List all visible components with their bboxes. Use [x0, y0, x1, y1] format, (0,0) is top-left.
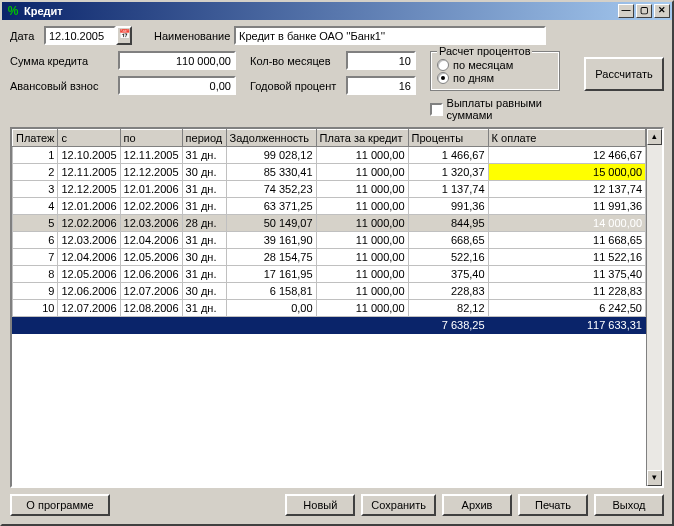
cell[interactable]: 30 дн. [182, 283, 226, 300]
cell[interactable]: 668,65 [408, 232, 488, 249]
cell[interactable]: 11 000,00 [316, 266, 408, 283]
col-period[interactable]: период [182, 130, 226, 147]
cell[interactable]: 12.10.2005 [58, 147, 120, 164]
cell[interactable]: 28 дн. [182, 215, 226, 232]
table-row[interactable]: 712.04.200612.05.200630 дн.28 154,7511 0… [13, 249, 646, 266]
cell[interactable]: 12.05.2006 [58, 266, 120, 283]
scroll-down-icon[interactable]: ▾ [647, 470, 662, 486]
cell[interactable]: 4 [13, 198, 58, 215]
cell[interactable]: 82,12 [408, 300, 488, 317]
cell[interactable]: 12 466,67 [488, 147, 645, 164]
cell[interactable]: 39 161,90 [226, 232, 316, 249]
cell[interactable]: 12 137,74 [488, 181, 645, 198]
cell[interactable]: 30 дн. [182, 249, 226, 266]
cell[interactable]: 17 161,95 [226, 266, 316, 283]
cell[interactable]: 31 дн. [182, 266, 226, 283]
table-row[interactable]: 112.10.200512.11.200531 дн.99 028,1211 0… [13, 147, 646, 164]
advance-input[interactable]: 0,00 [118, 76, 236, 95]
exit-button[interactable]: Выход [594, 494, 664, 516]
col-to-pay[interactable]: К оплате [488, 130, 645, 147]
cell[interactable]: 10 [13, 300, 58, 317]
cell[interactable]: 12.08.2006 [120, 300, 182, 317]
cell[interactable]: 11 000,00 [316, 147, 408, 164]
close-button[interactable]: ✕ [654, 4, 670, 18]
table-row[interactable]: 312.12.200512.01.200631 дн.74 352,2311 0… [13, 181, 646, 198]
cell[interactable]: 3 [13, 181, 58, 198]
vertical-scrollbar[interactable]: ▴ ▾ [646, 129, 662, 486]
cell[interactable]: 844,95 [408, 215, 488, 232]
print-button[interactable]: Печать [518, 494, 588, 516]
col-credit-pay[interactable]: Плата за кредит [316, 130, 408, 147]
cell[interactable]: 28 154,75 [226, 249, 316, 266]
cell[interactable]: 11 000,00 [316, 283, 408, 300]
cell[interactable]: 11 000,00 [316, 164, 408, 181]
cell[interactable]: 522,16 [408, 249, 488, 266]
cell[interactable]: 12.01.2006 [120, 181, 182, 198]
sum-input[interactable]: 110 000,00 [118, 51, 236, 70]
col-payment[interactable]: Платеж [13, 130, 58, 147]
col-interest[interactable]: Проценты [408, 130, 488, 147]
cell[interactable]: 12.03.2006 [120, 215, 182, 232]
date-input[interactable]: 12.10.2005 [44, 26, 116, 45]
cell[interactable]: 99 028,12 [226, 147, 316, 164]
archive-button[interactable]: Архив [442, 494, 512, 516]
cell[interactable]: 11 228,83 [488, 283, 645, 300]
cell[interactable]: 12.04.2006 [120, 232, 182, 249]
titlebar[interactable]: % Кредит — ▢ ✕ [2, 2, 672, 20]
cell[interactable]: 5 [13, 215, 58, 232]
maximize-button[interactable]: ▢ [636, 4, 652, 18]
cell[interactable]: 6 [13, 232, 58, 249]
cell[interactable]: 12.04.2006 [58, 249, 120, 266]
cell[interactable]: 30 дн. [182, 164, 226, 181]
cell[interactable]: 11 000,00 [316, 249, 408, 266]
cell[interactable]: 12.06.2006 [120, 266, 182, 283]
cell[interactable]: 11 000,00 [316, 300, 408, 317]
equal-payments-checkbox[interactable]: Выплаты равными суммами [430, 97, 584, 121]
radio-by-months[interactable]: по месяцам [437, 59, 553, 71]
cell[interactable]: 1 466,67 [408, 147, 488, 164]
cell[interactable]: 31 дн. [182, 232, 226, 249]
cell[interactable]: 9 [13, 283, 58, 300]
cell[interactable]: 1 137,74 [408, 181, 488, 198]
scroll-up-icon[interactable]: ▴ [647, 129, 662, 145]
cell[interactable]: 11 375,40 [488, 266, 645, 283]
cell[interactable]: 12.12.2005 [120, 164, 182, 181]
cell[interactable]: 1 320,37 [408, 164, 488, 181]
cell[interactable]: 31 дн. [182, 198, 226, 215]
cell[interactable]: 12.11.2005 [58, 164, 120, 181]
col-to[interactable]: по [120, 130, 182, 147]
calculate-button[interactable]: Рассчитать [584, 57, 664, 91]
cell[interactable]: 12.03.2006 [58, 232, 120, 249]
new-button[interactable]: Новый [285, 494, 355, 516]
cell[interactable]: 31 дн. [182, 300, 226, 317]
cell[interactable]: 50 149,07 [226, 215, 316, 232]
cell[interactable]: 12.02.2006 [58, 215, 120, 232]
scroll-track[interactable] [647, 145, 662, 470]
table-row[interactable]: 612.03.200612.04.200631 дн.39 161,9011 0… [13, 232, 646, 249]
cell[interactable]: 11 000,00 [316, 181, 408, 198]
cell[interactable]: 12.05.2006 [120, 249, 182, 266]
cell[interactable]: 12.12.2005 [58, 181, 120, 198]
minimize-button[interactable]: — [618, 4, 634, 18]
about-button[interactable]: О программе [10, 494, 110, 516]
cell[interactable]: 12.01.2006 [58, 198, 120, 215]
cell[interactable]: 991,36 [408, 198, 488, 215]
cell[interactable]: 11 000,00 [316, 198, 408, 215]
cell[interactable]: 375,40 [408, 266, 488, 283]
cell[interactable]: 6 158,81 [226, 283, 316, 300]
cell[interactable]: 11 000,00 [316, 232, 408, 249]
cell[interactable]: 11 000,00 [316, 215, 408, 232]
table-row[interactable]: 412.01.200612.02.200631 дн.63 371,2511 0… [13, 198, 646, 215]
cell[interactable]: 8 [13, 266, 58, 283]
cell[interactable]: 12.07.2006 [120, 283, 182, 300]
calendar-icon[interactable]: 📅 [116, 26, 132, 45]
cell[interactable]: 11 668,65 [488, 232, 645, 249]
radio-by-days[interactable]: по дням [437, 72, 553, 84]
name-input[interactable]: Кредит в банке ОАО ''Банк1'' [234, 26, 546, 45]
cell[interactable]: 74 352,23 [226, 181, 316, 198]
cell[interactable]: 85 330,41 [226, 164, 316, 181]
payments-grid[interactable]: Платеж с по период Задолженность Плата з… [10, 127, 664, 488]
cell[interactable]: 228,83 [408, 283, 488, 300]
cell[interactable]: 15 000,00 [488, 164, 645, 181]
cell[interactable]: 12.07.2006 [58, 300, 120, 317]
